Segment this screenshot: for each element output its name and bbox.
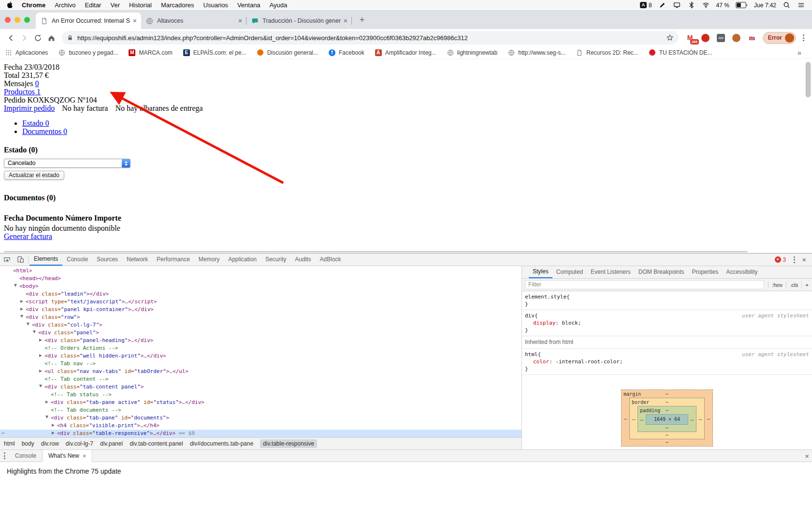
breadcrumb-item[interactable]: div.tab-content.panel	[130, 440, 183, 447]
page-link[interactable]: Imprimir pedido	[4, 104, 55, 112]
profile-chip[interactable]: Error	[763, 32, 796, 44]
dom-tree-node[interactable]: <div class="panel kpi-container">…</div>	[0, 306, 522, 314]
browser-tab-altavoces[interactable]: Altavoces×	[141, 13, 246, 29]
expander-arrow-icon[interactable]	[33, 329, 38, 337]
status-select[interactable]: Cancelado	[4, 159, 130, 168]
drawer-tab-close-button[interactable]: ×	[83, 450, 87, 462]
sidebar-tab-properties[interactable]: Properties	[688, 266, 722, 278]
bookmark-elpa-s-com-el-pe[interactable]: EELPAÍS.com: el pe...	[183, 49, 246, 57]
devtools-close-button[interactable]: ×	[799, 255, 809, 264]
adblock-extension-icon[interactable]	[700, 32, 711, 44]
update-status-button[interactable]: Actualizar el estado	[4, 171, 64, 180]
page-link[interactable]: Documentos 0	[22, 127, 67, 135]
bookmark-star-icon[interactable]	[666, 34, 674, 42]
dom-tree-node[interactable]: <head></head>	[0, 275, 522, 283]
menu-editar[interactable]: Editar	[85, 1, 101, 9]
bookmarks-overflow-chevron[interactable]: »	[798, 48, 807, 57]
css-property[interactable]: color: -internal-root-color;	[525, 358, 809, 365]
new-style-rule-button[interactable]: +	[801, 281, 812, 289]
inspect-element-icon[interactable]	[0, 254, 14, 266]
menu-marcadores[interactable]: Marcadores	[161, 1, 194, 9]
bookmark-tu-estaci-n-de[interactable]: TU ESTACIÓN DE...	[649, 49, 712, 57]
css-rule[interactable]: element.style {}	[522, 291, 812, 310]
spotlight-icon[interactable]	[783, 1, 791, 9]
menu-app-chrome[interactable]: Chrome	[22, 1, 45, 9]
node-overflow-button[interactable]: …	[1, 428, 5, 436]
browser-tab-an-error-occurred-internal-se[interactable]: An Error Occurred: Internal Se×	[36, 13, 141, 29]
input-source-indicator[interactable]: A8	[640, 2, 652, 9]
dom-tree-node[interactable]: …<div class="table-responsive">…</div> =…	[0, 430, 522, 437]
bookmark-http-www-seg-s[interactable]: http://www.seg-s...	[508, 49, 566, 57]
expander-arrow-icon[interactable]	[52, 422, 57, 430]
zoom-window-button[interactable]	[24, 17, 30, 23]
sidebar-tab-styles[interactable]: Styles	[529, 266, 552, 278]
close-window-button[interactable]	[5, 17, 11, 23]
breadcrumb-item[interactable]: html	[4, 440, 15, 447]
page-link[interactable]: 0	[35, 79, 39, 88]
devtools-tab-audits[interactable]: Audits	[290, 254, 315, 266]
expander-arrow-icon[interactable]	[39, 383, 44, 391]
dom-tree-node[interactable]: <ul class="nav nav-tabs" id="tabOrder">……	[0, 368, 522, 375]
menu-ventana[interactable]: Ventana	[237, 1, 261, 9]
dom-tree-node[interactable]: <!-- Tab nav -->	[0, 360, 522, 368]
expander-arrow-icon[interactable]	[39, 337, 44, 344]
dom-tree-node[interactable]: <div class="tab-pane active" id="status"…	[0, 399, 522, 406]
expander-arrow-icon[interactable]	[39, 352, 44, 360]
bookmark-buzoneo-y-pegad[interactable]: buzoneo y pegad...	[58, 49, 118, 57]
breadcrumb-item[interactable]: div.table-responsive	[260, 439, 317, 448]
dom-tree-node[interactable]: <!-- Tab content -->	[0, 375, 522, 383]
page-scrollbar[interactable]	[806, 62, 811, 97]
minimize-window-button[interactable]	[14, 17, 20, 23]
dom-tree-node[interactable]: <div class="panel">	[0, 329, 522, 337]
stylus-icon[interactable]	[658, 1, 667, 9]
tab-close-button[interactable]: ×	[238, 17, 242, 24]
devtools-tab-adblock[interactable]: AdBlock	[316, 254, 346, 266]
menu-archivo[interactable]: Archivo	[55, 1, 75, 9]
toggle-pseudo-state[interactable]: :hov	[768, 281, 786, 289]
expander-arrow-icon[interactable]	[20, 314, 26, 321]
new-tab-button[interactable]: +	[356, 14, 368, 26]
marca-extension-icon[interactable]: m	[746, 32, 758, 44]
display-icon[interactable]	[673, 1, 681, 9]
forward-button[interactable]	[17, 31, 31, 45]
breadcrumb-item[interactable]: div.panel	[100, 440, 123, 447]
tab-close-button[interactable]: ×	[133, 17, 137, 24]
browser-tab-traducci-n-discusi-n-genera[interactable]: Traducción - Discusión genera×	[246, 13, 352, 29]
browser-menu-icon[interactable]	[799, 34, 808, 41]
dom-tree-node[interactable]: <div class="col-lg-7">	[0, 321, 522, 329]
menu-ayuda[interactable]: Ayuda	[270, 1, 288, 9]
css-rule[interactable]: html {user agent stylesheetcolor: -inter…	[522, 349, 812, 375]
drawer-tab-what-s-new[interactable]: What's New×	[42, 450, 92, 462]
dom-tree-node[interactable]: <h4 class="visible-print">…</h4>	[0, 422, 522, 430]
breadcrumb-item[interactable]: div.col-lg-7	[66, 440, 93, 447]
coffee-extension-icon[interactable]	[731, 32, 742, 44]
menu-usuarios[interactable]: Usuarios	[203, 1, 228, 9]
breadcrumb-item[interactable]: div.row	[41, 440, 59, 447]
reload-button[interactable]	[31, 31, 44, 45]
generar-factura-link[interactable]: Generar factura	[4, 232, 52, 240]
dom-tree-node[interactable]: <body>	[0, 283, 522, 290]
devtools-tab-console[interactable]: Console	[62, 254, 92, 266]
drawer-menu-icon[interactable]	[0, 452, 9, 459]
sidebar-tab-event-listeners[interactable]: Event Listeners	[587, 266, 635, 278]
notification-center-icon[interactable]	[797, 1, 805, 9]
bookmark-facebook[interactable]: fFacebook	[328, 49, 364, 57]
bookmark-lightningnewtab[interactable]: lightningnewtab	[447, 49, 497, 57]
expander-arrow-icon[interactable]	[20, 298, 26, 306]
dom-tree-node[interactable]: <!-- Tab status -->	[0, 391, 522, 399]
devtools-tab-sources[interactable]: Sources	[92, 254, 122, 266]
dom-tree-node[interactable]: <script type="text/javascript">…</script…	[0, 298, 522, 306]
sidebar-tab-dom-breakpoints[interactable]: DOM Breakpoints	[635, 266, 688, 278]
expander-arrow-icon[interactable]	[39, 368, 44, 375]
lock-icon[interactable]	[67, 34, 73, 41]
page-link[interactable]: Estado 0	[22, 119, 49, 127]
expander-arrow-icon[interactable]	[14, 283, 19, 290]
bookmark-aplicaciones[interactable]: Aplicaciones	[5, 49, 48, 57]
breadcrumb-item[interactable]: div#documents.tab-pane	[190, 440, 253, 447]
devtools-menu-icon[interactable]	[790, 256, 799, 263]
menu-historial[interactable]: Historial	[129, 1, 152, 9]
apple-menu-icon[interactable]	[7, 1, 14, 9]
expander-arrow-icon[interactable]	[45, 399, 51, 406]
css-property[interactable]: display: block;	[525, 319, 809, 327]
dom-tree-node[interactable]: <!-- Tab documents -->	[0, 406, 522, 414]
